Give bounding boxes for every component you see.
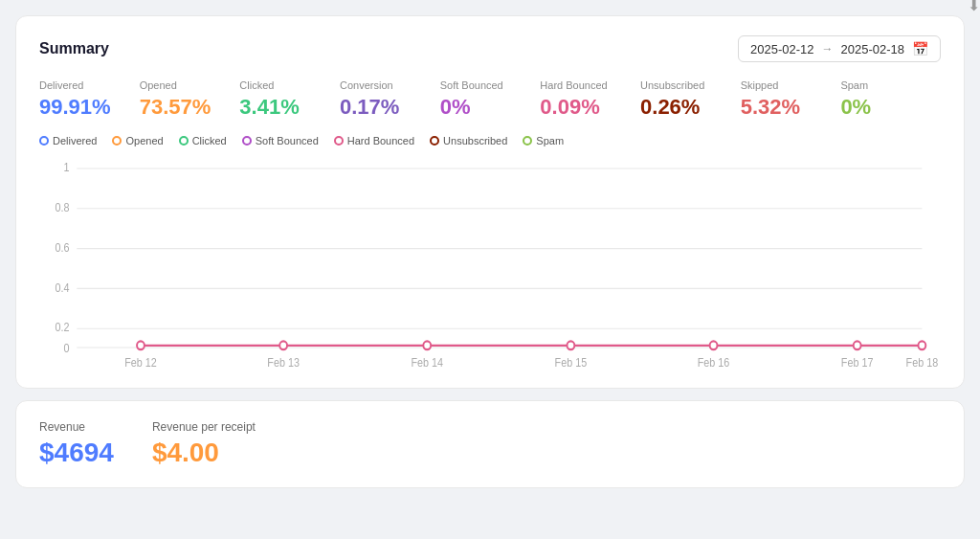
legend-item[interactable]: Unsubscribed xyxy=(430,135,507,146)
legend-label: Unsubscribed xyxy=(443,135,507,146)
svg-text:Feb 12: Feb 12 xyxy=(124,356,157,369)
legend-dot xyxy=(112,136,122,146)
svg-text:Feb 15: Feb 15 xyxy=(555,356,588,369)
legend-dot xyxy=(334,136,344,146)
metric-item: Delivered 99.91% xyxy=(39,79,140,120)
legend-label: Delivered xyxy=(53,135,97,146)
svg-text:0.8: 0.8 xyxy=(55,202,69,214)
date-arrow: → xyxy=(822,42,834,56)
metric-value: 5.32% xyxy=(741,95,841,120)
legend-label: Clicked xyxy=(192,135,227,146)
chart-legend: Delivered Opened Clicked Soft Bounced Ha… xyxy=(39,135,564,146)
metric-label: Spam xyxy=(840,79,941,91)
svg-point-15 xyxy=(567,341,574,349)
revenue-label: Revenue xyxy=(39,420,114,434)
date-range-picker[interactable]: 2025-02-12 → 2025-02-18 📅 xyxy=(738,35,941,62)
metric-value: 3.41% xyxy=(239,95,340,120)
revenue-card: Revenue $4694 Revenue per receipt $4.00 xyxy=(15,400,965,488)
revenue-per-receipt-label: Revenue per receipt xyxy=(152,420,256,434)
metric-label: Unsubscribed xyxy=(640,79,741,91)
metric-value: 0% xyxy=(840,95,941,120)
legend-label: Hard Bounced xyxy=(347,135,414,146)
metrics-row: Delivered 99.91% Opened 73.57% Clicked 3… xyxy=(39,79,941,120)
legend-dot xyxy=(179,136,189,146)
svg-text:0.4: 0.4 xyxy=(55,281,70,294)
legend-dot xyxy=(430,136,439,146)
svg-text:Feb 18: Feb 18 xyxy=(906,356,939,369)
download-icon[interactable]: ⬇ xyxy=(968,0,980,14)
legend-dot xyxy=(242,136,252,146)
svg-point-14 xyxy=(423,341,431,349)
legend-label: Spam xyxy=(536,135,564,146)
svg-point-17 xyxy=(854,341,861,349)
metric-value: 0.26% xyxy=(640,95,741,120)
metric-item: Clicked 3.41% xyxy=(239,79,340,120)
chart-area: 1 0.8 0.6 0.4 0.2 0 Feb 12 Feb 13 Feb 14… xyxy=(39,158,941,369)
metric-value: 0% xyxy=(440,95,541,120)
summary-card: Summary 2025-02-12 → 2025-02-18 📅 Delive… xyxy=(15,15,965,389)
legend-item[interactable]: Hard Bounced xyxy=(334,135,414,146)
revenue-value: $4694 xyxy=(39,438,114,468)
svg-text:0.6: 0.6 xyxy=(55,241,69,254)
svg-text:Feb 17: Feb 17 xyxy=(841,356,874,369)
svg-text:Feb 14: Feb 14 xyxy=(411,356,443,369)
legend-label: Soft Bounced xyxy=(256,135,319,146)
metric-item: Soft Bounced 0% xyxy=(440,79,541,120)
metric-item: Hard Bounced 0.09% xyxy=(540,79,640,120)
page-title: Summary xyxy=(39,40,109,57)
revenue-per-receipt-value: $4.00 xyxy=(152,438,256,468)
legend-item[interactable]: Soft Bounced xyxy=(242,135,319,146)
svg-text:1: 1 xyxy=(63,162,69,174)
legend-item[interactable]: Opened xyxy=(112,135,163,146)
legend-dot xyxy=(39,136,49,146)
metric-value: 73.57% xyxy=(140,95,240,120)
metric-label: Delivered xyxy=(39,79,140,91)
metric-label: Hard Bounced xyxy=(540,79,640,91)
svg-text:Feb 16: Feb 16 xyxy=(698,356,730,369)
metric-item: Opened 73.57% xyxy=(140,79,240,120)
svg-point-18 xyxy=(918,341,925,349)
revenue-per-receipt-item: Revenue per receipt $4.00 xyxy=(152,420,256,468)
metric-label: Opened xyxy=(140,79,240,91)
metric-label: Conversion xyxy=(340,79,440,91)
metric-item: Unsubscribed 0.26% xyxy=(640,79,741,120)
date-start: 2025-02-12 xyxy=(750,42,814,56)
svg-point-16 xyxy=(710,341,718,349)
metric-label: Soft Bounced xyxy=(440,79,541,91)
calendar-icon: 📅 xyxy=(912,41,928,56)
svg-text:Feb 13: Feb 13 xyxy=(267,356,300,369)
legend-dot xyxy=(523,136,532,146)
metric-item: Skipped 5.32% xyxy=(741,79,841,120)
metric-value: 0.17% xyxy=(340,95,440,120)
metric-item: Spam 0% xyxy=(840,79,941,120)
metric-label: Skipped xyxy=(741,79,841,91)
legend-item[interactable]: Delivered xyxy=(39,135,97,146)
svg-text:0.2: 0.2 xyxy=(55,322,69,334)
legend-item[interactable]: Clicked xyxy=(179,135,227,146)
date-end: 2025-02-18 xyxy=(841,42,905,56)
svg-point-13 xyxy=(279,341,287,349)
metric-label: Clicked xyxy=(239,79,340,91)
legend-label: Opened xyxy=(125,135,163,146)
metric-item: Conversion 0.17% xyxy=(340,79,440,120)
legend-item[interactable]: Spam xyxy=(523,135,564,146)
metric-value: 99.91% xyxy=(39,95,140,120)
svg-point-12 xyxy=(137,341,145,349)
metric-value: 0.09% xyxy=(540,95,640,120)
revenue-item: Revenue $4694 xyxy=(39,420,114,468)
svg-text:0: 0 xyxy=(63,343,69,355)
